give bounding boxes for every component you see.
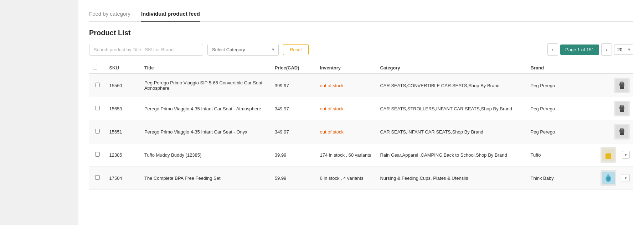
row-checkbox-cell <box>89 143 105 167</box>
table-body: 15560 Peg Perego Primo Viaggio SIP 5-65 … <box>89 74 633 190</box>
row-checkbox[interactable] <box>95 129 100 134</box>
table-header-row: SKU Title Price(CAD) Inventory Category … <box>89 62 633 74</box>
filter-row: Select Category Car Seats Strollers Rain… <box>89 43 633 56</box>
row-title: The Complete BPA Free Feeding Set <box>141 167 271 190</box>
header-category: Category <box>376 62 527 74</box>
row-brand: Think Baby <box>527 167 582 190</box>
row-category: CAR SEATS,CONVERTIBLE CAR SEATS,Shop By … <box>376 74 527 97</box>
table-row: 17504 The Complete BPA Free Feeding Set … <box>89 167 633 190</box>
row-title: Peg Perego Primo Viaggio SIP 5-65 Conver… <box>141 74 271 97</box>
header-title: Title <box>141 62 271 74</box>
row-checkbox-cell <box>89 120 105 143</box>
header-brand: Brand <box>527 62 582 74</box>
row-category: Nursing & Feeding,Cups, Plates & Utensil… <box>376 167 527 190</box>
category-select-wrapper: Select Category Car Seats Strollers Rain… <box>207 44 279 56</box>
tab-individual-product-feed[interactable]: Individual product feed <box>141 7 200 22</box>
row-checkbox[interactable] <box>95 83 100 87</box>
row-checkbox-cell <box>89 74 105 97</box>
row-price: 39.99 <box>271 143 316 167</box>
row-inventory: 6 in stock , 4 variants <box>316 167 377 190</box>
image-expand-cell: ▾ <box>586 170 630 186</box>
per-page-select[interactable]: 10 20 50 100 <box>614 45 633 55</box>
row-title: Perego Primo Viaggio 4-35 Infant Car Sea… <box>141 120 271 143</box>
table-row: 15651 Perego Primo Viaggio 4-35 Infant C… <box>89 120 633 143</box>
row-inventory: out of stock <box>316 97 377 120</box>
row-brand: Peg Perego <box>527 97 582 120</box>
row-expand-button[interactable]: ▾ <box>622 151 630 159</box>
row-title: Tuffo Muddy Buddy (12385) <box>141 143 271 167</box>
row-action-cell <box>582 97 633 120</box>
row-sku: 15651 <box>105 120 141 143</box>
svg-rect-10 <box>620 133 624 135</box>
svg-point-7 <box>621 105 623 107</box>
row-price: 349.97 <box>271 97 316 120</box>
row-inventory: 174 in stock , 60 variants <box>316 143 377 167</box>
svg-rect-6 <box>620 110 624 112</box>
row-checkbox-cell <box>89 97 105 120</box>
row-brand: Tuffo <box>527 143 582 167</box>
tab-feed-by-category[interactable]: Feed by category <box>89 7 130 22</box>
tab-bar: Feed by category Individual product feed <box>89 7 633 22</box>
row-title: Perego Primo Viaggio 4-35 Infant Car Sea… <box>141 97 271 120</box>
product-image <box>614 101 630 116</box>
row-checkbox[interactable] <box>95 106 100 110</box>
product-image <box>614 78 630 93</box>
svg-point-11 <box>621 128 623 130</box>
header-sku: SKU <box>105 62 141 74</box>
next-page-button[interactable]: › <box>601 43 612 56</box>
main-content: Feed by category Individual product feed… <box>78 0 644 225</box>
row-category: Rain Gear,Apparel ,CAMPING,Back to Schoo… <box>376 143 527 167</box>
row-price: 399.97 <box>271 74 316 97</box>
table-row: 15653 Perego Primo Viaggio 4-35 Infant C… <box>89 97 633 120</box>
category-select[interactable]: Select Category Car Seats Strollers Rain… <box>207 44 279 56</box>
product-table: SKU Title Price(CAD) Inventory Category … <box>89 62 633 190</box>
svg-rect-18 <box>607 174 609 176</box>
table-row: 12385 Tuffo Muddy Buddy (12385) 39.99 17… <box>89 143 633 167</box>
header-checkbox-cell <box>89 62 105 74</box>
header-action <box>582 62 633 74</box>
svg-point-3 <box>621 82 623 84</box>
image-expand-cell: ▾ <box>586 147 630 163</box>
row-action-cell: ▾ <box>582 143 633 167</box>
svg-rect-13 <box>606 153 611 159</box>
product-image <box>614 124 630 140</box>
row-brand: Peg Perego <box>527 120 582 143</box>
row-action-cell: ▾ <box>582 167 633 190</box>
row-checkbox[interactable] <box>95 152 100 157</box>
header-inventory: Inventory <box>316 62 377 74</box>
image-expand-cell <box>586 78 630 93</box>
table-row: 15560 Peg Perego Primo Viaggio SIP 5-65 … <box>89 74 633 97</box>
row-price: 349.97 <box>271 120 316 143</box>
reset-button[interactable]: Reset <box>283 44 309 55</box>
row-category: CAR SEATS,INFANT CAR SEATS,Shop By Brand <box>376 120 527 143</box>
product-image <box>601 170 616 186</box>
page-title: Product List <box>89 29 633 37</box>
product-image <box>601 147 616 163</box>
row-inventory: out of stock <box>316 120 377 143</box>
row-price: 59.99 <box>271 167 316 190</box>
svg-rect-2 <box>620 87 624 89</box>
row-sku: 12385 <box>105 143 141 167</box>
image-expand-cell <box>586 101 630 116</box>
prev-page-button[interactable]: ‹ <box>547 43 558 56</box>
search-input[interactable] <box>89 44 203 56</box>
select-all-checkbox[interactable] <box>93 65 97 69</box>
chevron-right-icon: › <box>606 47 608 52</box>
image-expand-cell <box>586 124 630 140</box>
row-category: CAR SEATS,STROLLERS,INFANT CAR SEATS,Sho… <box>376 97 527 120</box>
row-brand: Peg Perego <box>527 74 582 97</box>
row-action-cell <box>582 74 633 97</box>
row-expand-button[interactable]: ▾ <box>622 174 630 182</box>
pagination-nav: ‹ Page 1 of 151 › 10 20 50 100 ▼ <box>547 43 633 56</box>
row-checkbox-cell <box>89 167 105 190</box>
row-action-cell <box>582 120 633 143</box>
sidebar <box>0 0 78 225</box>
chevron-left-icon: ‹ <box>552 47 554 52</box>
page-info-button[interactable]: Page 1 of 151 <box>560 45 599 55</box>
row-sku: 15653 <box>105 97 141 120</box>
app-layout: Feed by category Individual product feed… <box>0 0 644 225</box>
row-inventory: out of stock <box>316 74 377 97</box>
row-sku: 17504 <box>105 167 141 190</box>
row-checkbox[interactable] <box>95 175 100 180</box>
svg-point-19 <box>607 177 610 181</box>
